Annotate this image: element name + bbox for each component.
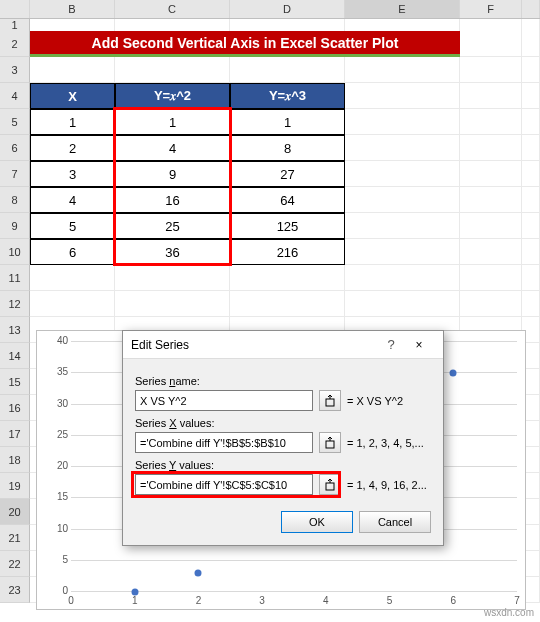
row-head-6[interactable]: 6 — [0, 135, 30, 161]
range-select-button[interactable] — [319, 390, 341, 411]
range-select-button[interactable] — [319, 432, 341, 453]
row-head-10[interactable]: 10 — [0, 239, 30, 265]
edit-series-dialog: Edit Series ? × Series name: = X VS Y^2 … — [122, 330, 444, 546]
y-tick-label: 15 — [40, 491, 68, 502]
y-tick-label: 30 — [40, 398, 68, 409]
cell-y3[interactable]: 1 — [230, 109, 345, 135]
cancel-button[interactable]: Cancel — [359, 511, 431, 533]
series-name-preview: = X VS Y^2 — [347, 395, 403, 407]
series-x-input[interactable] — [135, 432, 313, 453]
table-row: 7 3 9 27 — [0, 161, 540, 187]
x-tick-label: 7 — [507, 595, 527, 606]
table-row: 10 6 36 216 — [0, 239, 540, 265]
range-select-button[interactable] — [319, 474, 341, 495]
col-head-blank[interactable] — [0, 0, 30, 18]
label-series-x: Series X values: — [135, 417, 431, 429]
y-tick-label: 25 — [40, 429, 68, 440]
hdr-x[interactable]: X — [30, 83, 115, 109]
col-head-e[interactable]: E — [345, 0, 460, 18]
dialog-title: Edit Series — [131, 338, 379, 352]
x-tick-label: 0 — [61, 595, 81, 606]
row-head-2[interactable]: 2 — [0, 31, 30, 57]
series-y-preview: = 1, 4, 9, 16, 2... — [347, 479, 427, 491]
x-tick-label: 1 — [125, 595, 145, 606]
row-head-5[interactable]: 5 — [0, 109, 30, 135]
ok-button[interactable]: OK — [281, 511, 353, 533]
table-row: 5 1 1 1 — [0, 109, 540, 135]
row-head-3[interactable]: 3 — [0, 57, 30, 83]
data-point[interactable] — [131, 588, 138, 595]
x-tick-label: 2 — [188, 595, 208, 606]
y-tick-label: 10 — [40, 523, 68, 534]
table-row: 6 2 4 8 — [0, 135, 540, 161]
y-tick-label: 20 — [40, 460, 68, 471]
col-head-f[interactable]: F — [460, 0, 522, 18]
svg-rect-2 — [326, 483, 334, 490]
row-head-9[interactable]: 9 — [0, 213, 30, 239]
data-point[interactable] — [450, 370, 457, 377]
table-row: 8 4 16 64 — [0, 187, 540, 213]
col-head-d[interactable]: D — [230, 0, 345, 18]
col-head-edge — [522, 0, 540, 18]
y-tick-label: 35 — [40, 366, 68, 377]
title-banner[interactable]: Add Second Vertical Axis in Excel Scatte… — [30, 31, 460, 57]
hdr-y2[interactable]: Y=𝑥^2 — [115, 83, 230, 109]
row-head-7[interactable]: 7 — [0, 161, 30, 187]
y-tick-label: 40 — [40, 335, 68, 346]
cell-x[interactable]: 1 — [30, 109, 115, 135]
label-series-name: Series name: — [135, 375, 431, 387]
row-head-8[interactable]: 8 — [0, 187, 30, 213]
hdr-y3[interactable]: Y=𝑥^3 — [230, 83, 345, 109]
col-head-c[interactable]: C — [115, 0, 230, 18]
dialog-titlebar[interactable]: Edit Series ? × — [123, 331, 443, 359]
svg-rect-1 — [326, 441, 334, 448]
row-head-4[interactable]: 4 — [0, 83, 30, 109]
x-tick-label: 5 — [380, 595, 400, 606]
table-row: 9 5 25 125 — [0, 213, 540, 239]
data-point[interactable] — [195, 570, 202, 577]
cell-y2[interactable]: 1 — [115, 109, 230, 135]
series-y-input[interactable] — [135, 474, 313, 495]
close-icon[interactable]: × — [403, 338, 435, 352]
column-headers: B C D E F — [0, 0, 540, 19]
series-x-preview: = 1, 2, 3, 4, 5,... — [347, 437, 424, 449]
x-tick-label: 4 — [316, 595, 336, 606]
x-tick-label: 3 — [252, 595, 272, 606]
label-series-y: Series Y values: — [135, 459, 431, 471]
help-icon[interactable]: ? — [379, 337, 403, 352]
x-tick-label: 6 — [443, 595, 463, 606]
col-head-b[interactable]: B — [30, 0, 115, 18]
svg-rect-0 — [326, 399, 334, 406]
series-name-input[interactable] — [135, 390, 313, 411]
y-tick-label: 5 — [40, 554, 68, 565]
watermark: wsxdn.com — [484, 607, 534, 618]
